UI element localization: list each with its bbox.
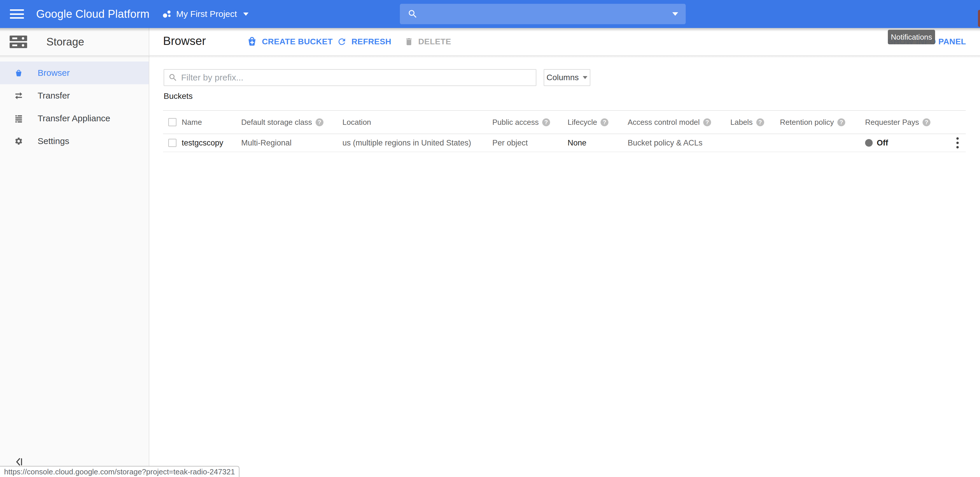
sidebar-item-label: Settings bbox=[38, 136, 69, 146]
column-header-access-control[interactable]: Access control model bbox=[628, 118, 700, 127]
header-shade bbox=[0, 56, 980, 58]
cell-requester-pays: Off bbox=[877, 138, 888, 148]
transfer-icon bbox=[14, 91, 23, 100]
sidebar-item-label: Browser bbox=[38, 68, 70, 78]
search-dropdown-icon[interactable] bbox=[672, 12, 678, 16]
cell-public-access: Per object bbox=[492, 138, 528, 148]
status-url-text: https://console.cloud.google.com/storage… bbox=[4, 467, 235, 476]
select-all-checkbox[interactable] bbox=[168, 118, 177, 126]
gcp-logo[interactable]: Google Cloud Platform bbox=[36, 0, 150, 28]
search-bar[interactable] bbox=[400, 4, 686, 24]
trash-icon bbox=[404, 37, 414, 47]
delete-label: DELETE bbox=[418, 37, 451, 46]
refresh-icon bbox=[337, 37, 347, 47]
refresh-button[interactable]: REFRESH bbox=[337, 34, 391, 49]
search-icon bbox=[407, 9, 418, 19]
column-header-name[interactable]: Name bbox=[182, 118, 202, 127]
page-title: Browser bbox=[163, 34, 206, 48]
filter-box[interactable] bbox=[164, 69, 536, 86]
bucket-name-link[interactable]: testgcscopy bbox=[182, 138, 223, 148]
sidebar-item-transfer[interactable]: Transfer bbox=[0, 84, 149, 107]
requester-pays-off-dot bbox=[865, 139, 873, 147]
gcp-console: Google Cloud Platform My First Project >… bbox=[0, 0, 980, 477]
help-icon[interactable]: ? bbox=[542, 118, 550, 126]
table-header-row: Name Default storage class ? Location Pu… bbox=[163, 110, 966, 134]
sidebar-title: Storage bbox=[46, 36, 84, 48]
topbar-shadow bbox=[0, 28, 980, 32]
column-header-location[interactable]: Location bbox=[342, 118, 371, 127]
sidebar-header: Storage bbox=[0, 28, 149, 56]
chevron-down-icon bbox=[243, 13, 248, 16]
sidebar-item-label: Transfer bbox=[38, 91, 70, 100]
create-bucket-label: CREATE BUCKET bbox=[262, 37, 333, 46]
help-icon[interactable]: ? bbox=[601, 118, 608, 126]
columns-label: Columns bbox=[547, 73, 579, 82]
delete-button[interactable]: DELETE bbox=[404, 34, 451, 49]
sidebar-item-transfer-appliance[interactable]: Transfer Appliance bbox=[0, 107, 149, 130]
sidebar-item-label: Transfer Appliance bbox=[38, 113, 110, 123]
refresh-label: REFRESH bbox=[352, 37, 391, 46]
transfer-appliance-icon bbox=[14, 114, 23, 123]
project-name: My First Project bbox=[176, 9, 237, 19]
table-row: testgcscopy Multi-Regional us (multiple … bbox=[163, 134, 966, 152]
sidebar: Storage Browser Tran bbox=[0, 28, 150, 477]
cell-access-control: Bucket policy & ACLs bbox=[628, 138, 703, 148]
buckets-section-label: Buckets bbox=[164, 92, 193, 101]
bucket-icon bbox=[14, 68, 23, 77]
column-header-retention-policy[interactable]: Retention policy bbox=[780, 118, 834, 127]
top-app-bar: Google Cloud Platform My First Project >… bbox=[0, 0, 980, 28]
chevron-down-icon bbox=[583, 76, 587, 79]
column-header-public-access[interactable]: Public access bbox=[492, 118, 539, 127]
help-icon[interactable]: ? bbox=[923, 118, 931, 126]
help-icon[interactable]: ? bbox=[316, 118, 323, 126]
create-bucket-button[interactable]: CREATE BUCKET bbox=[247, 34, 333, 49]
sidebar-items: Browser Transfer bbox=[0, 62, 149, 153]
project-selector[interactable]: My First Project bbox=[162, 0, 248, 28]
screen-edge-artifact bbox=[978, 10, 980, 27]
column-header-labels[interactable]: Labels bbox=[730, 118, 753, 127]
create-bucket-icon bbox=[247, 37, 257, 47]
help-icon[interactable]: ? bbox=[703, 118, 711, 126]
status-url-bar: https://console.cloud.google.com/storage… bbox=[0, 466, 239, 477]
collapse-chevron-icon bbox=[14, 456, 24, 467]
filter-input[interactable] bbox=[181, 73, 532, 83]
column-header-storage-class[interactable]: Default storage class bbox=[241, 118, 312, 127]
row-checkbox[interactable] bbox=[168, 139, 177, 147]
sidebar-item-browser[interactable]: Browser bbox=[0, 62, 149, 84]
row-menu-button[interactable] bbox=[956, 137, 959, 148]
help-icon[interactable]: ? bbox=[837, 118, 845, 126]
cell-location: us (multiple regions in United States) bbox=[342, 138, 471, 148]
sidebar-item-settings[interactable]: Settings bbox=[0, 130, 149, 153]
storage-product-icon bbox=[9, 34, 28, 49]
help-icon[interactable]: ? bbox=[756, 118, 764, 126]
cell-storage-class: Multi-Regional bbox=[241, 138, 292, 148]
filter-search-icon bbox=[168, 73, 178, 82]
project-icon bbox=[162, 10, 172, 19]
column-header-requester-pays[interactable]: Requester Pays bbox=[865, 118, 919, 127]
buckets-table: Name Default storage class ? Location Pu… bbox=[163, 110, 966, 152]
hamburger-menu-icon[interactable] bbox=[10, 8, 24, 21]
gear-icon bbox=[14, 137, 23, 145]
column-header-lifecycle[interactable]: Lifecycle bbox=[568, 118, 597, 127]
notifications-tooltip: Notifications bbox=[888, 30, 935, 45]
cell-lifecycle: None bbox=[568, 138, 587, 148]
columns-button[interactable]: Columns bbox=[544, 69, 590, 86]
